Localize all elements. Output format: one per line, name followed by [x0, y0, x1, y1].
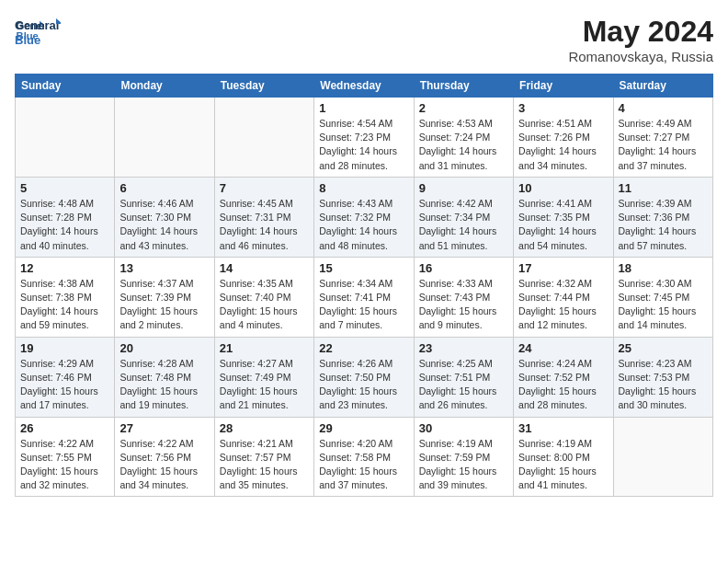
calendar-week-row: 19Sunrise: 4:29 AMSunset: 7:46 PMDayligh…	[16, 337, 713, 417]
calendar-cell: 26Sunrise: 4:22 AMSunset: 7:55 PMDayligh…	[16, 417, 115, 497]
day-header-sunday: Sunday	[16, 75, 115, 98]
day-number: 14	[220, 261, 309, 275]
calendar-cell: 29Sunrise: 4:20 AMSunset: 7:58 PMDayligh…	[314, 417, 414, 497]
logo-display: General Blue	[15, 15, 61, 52]
day-info: Sunrise: 4:22 AMSunset: 7:56 PMDaylight:…	[119, 437, 209, 493]
day-info: Sunrise: 4:24 AMSunset: 7:52 PMDaylight:…	[518, 357, 608, 413]
calendar-cell: 7Sunrise: 4:45 AMSunset: 7:31 PMDaylight…	[214, 177, 313, 257]
day-number: 2	[419, 101, 508, 115]
day-info: Sunrise: 4:19 AMSunset: 7:59 PMDaylight:…	[419, 437, 508, 493]
calendar-cell: 31Sunrise: 4:19 AMSunset: 8:00 PMDayligh…	[514, 417, 613, 497]
day-number: 7	[220, 181, 309, 195]
calendar-cell: 13Sunrise: 4:37 AMSunset: 7:39 PMDayligh…	[115, 257, 214, 337]
calendar-cell: 6Sunrise: 4:46 AMSunset: 7:30 PMDaylight…	[115, 177, 214, 257]
location: Romanovskaya, Russia	[568, 49, 713, 64]
month-year: May 2024	[568, 15, 713, 49]
day-header-saturday: Saturday	[613, 75, 712, 98]
calendar-cell: 2Sunrise: 4:53 AMSunset: 7:24 PMDaylight…	[414, 98, 513, 178]
day-info: Sunrise: 4:27 AMSunset: 7:49 PMDaylight:…	[220, 357, 309, 413]
day-header-friday: Friday	[514, 75, 613, 98]
day-info: Sunrise: 4:20 AMSunset: 7:58 PMDaylight:…	[319, 437, 408, 493]
calendar-cell	[214, 98, 313, 178]
day-number: 19	[20, 341, 109, 355]
day-number: 24	[518, 341, 608, 355]
day-number: 3	[518, 101, 608, 115]
day-info: Sunrise: 4:43 AMSunset: 7:32 PMDaylight:…	[319, 197, 408, 253]
day-info: Sunrise: 4:30 AMSunset: 7:45 PMDaylight:…	[619, 277, 708, 333]
day-info: Sunrise: 4:22 AMSunset: 7:55 PMDaylight:…	[20, 437, 109, 493]
calendar-cell: 9Sunrise: 4:42 AMSunset: 7:34 PMDaylight…	[414, 177, 513, 257]
day-number: 23	[419, 341, 508, 355]
calendar-week-row: 12Sunrise: 4:38 AMSunset: 7:38 PMDayligh…	[16, 257, 713, 337]
calendar-week-row: 5Sunrise: 4:48 AMSunset: 7:28 PMDaylight…	[16, 177, 713, 257]
calendar-cell: 5Sunrise: 4:48 AMSunset: 7:28 PMDaylight…	[16, 177, 115, 257]
day-number: 26	[20, 421, 109, 435]
day-number: 31	[518, 421, 608, 435]
day-info: Sunrise: 4:41 AMSunset: 7:35 PMDaylight:…	[518, 197, 608, 253]
day-number: 1	[319, 101, 408, 115]
day-header-thursday: Thursday	[414, 75, 513, 98]
day-number: 11	[619, 181, 708, 195]
day-info: Sunrise: 4:48 AMSunset: 7:28 PMDaylight:…	[20, 197, 109, 253]
day-number: 4	[619, 101, 708, 115]
calendar-cell: 11Sunrise: 4:39 AMSunset: 7:36 PMDayligh…	[613, 177, 712, 257]
calendar-cell: 20Sunrise: 4:28 AMSunset: 7:48 PMDayligh…	[115, 337, 214, 417]
calendar-cell: 28Sunrise: 4:21 AMSunset: 7:57 PMDayligh…	[214, 417, 313, 497]
day-number: 8	[319, 181, 408, 195]
svg-text:General: General	[15, 18, 59, 32]
day-number: 9	[419, 181, 508, 195]
calendar-week-row: 26Sunrise: 4:22 AMSunset: 7:55 PMDayligh…	[16, 417, 713, 497]
day-number: 10	[518, 181, 608, 195]
logo-svg: General Blue	[15, 15, 61, 52]
calendar-cell: 27Sunrise: 4:22 AMSunset: 7:56 PMDayligh…	[115, 417, 214, 497]
day-header-wednesday: Wednesday	[314, 75, 414, 98]
page-header: General Blue General Blue May 2024 Roman…	[15, 15, 713, 64]
day-info: Sunrise: 4:29 AMSunset: 7:46 PMDaylight:…	[20, 357, 109, 413]
day-info: Sunrise: 4:23 AMSunset: 7:53 PMDaylight:…	[619, 357, 708, 413]
calendar-cell: 18Sunrise: 4:30 AMSunset: 7:45 PMDayligh…	[613, 257, 712, 337]
calendar-week-row: 1Sunrise: 4:54 AMSunset: 7:23 PMDaylight…	[16, 98, 713, 178]
calendar-cell: 17Sunrise: 4:32 AMSunset: 7:44 PMDayligh…	[514, 257, 613, 337]
day-info: Sunrise: 4:54 AMSunset: 7:23 PMDaylight:…	[319, 117, 408, 173]
day-number: 22	[319, 341, 408, 355]
calendar-cell: 21Sunrise: 4:27 AMSunset: 7:49 PMDayligh…	[214, 337, 313, 417]
calendar-cell: 12Sunrise: 4:38 AMSunset: 7:38 PMDayligh…	[16, 257, 115, 337]
day-info: Sunrise: 4:19 AMSunset: 8:00 PMDaylight:…	[518, 437, 608, 493]
day-header-monday: Monday	[115, 75, 214, 98]
day-info: Sunrise: 4:21 AMSunset: 7:57 PMDaylight:…	[220, 437, 309, 493]
day-info: Sunrise: 4:32 AMSunset: 7:44 PMDaylight:…	[518, 277, 608, 333]
calendar-table: SundayMondayTuesdayWednesdayThursdayFrid…	[15, 74, 713, 497]
day-number: 27	[119, 421, 209, 435]
calendar-cell: 14Sunrise: 4:35 AMSunset: 7:40 PMDayligh…	[214, 257, 313, 337]
day-number: 20	[119, 341, 209, 355]
day-number: 13	[119, 261, 209, 275]
day-number: 17	[518, 261, 608, 275]
calendar-cell: 30Sunrise: 4:19 AMSunset: 7:59 PMDayligh…	[414, 417, 513, 497]
title-block: May 2024 Romanovskaya, Russia	[568, 15, 713, 64]
day-number: 25	[619, 341, 708, 355]
day-number: 12	[20, 261, 109, 275]
calendar-cell: 1Sunrise: 4:54 AMSunset: 7:23 PMDaylight…	[314, 98, 414, 178]
day-number: 18	[619, 261, 708, 275]
day-info: Sunrise: 4:51 AMSunset: 7:26 PMDaylight:…	[518, 117, 608, 173]
calendar-header-row: SundayMondayTuesdayWednesdayThursdayFrid…	[16, 75, 713, 98]
day-info: Sunrise: 4:45 AMSunset: 7:31 PMDaylight:…	[220, 197, 309, 253]
day-number: 6	[119, 181, 209, 195]
calendar-cell: 8Sunrise: 4:43 AMSunset: 7:32 PMDaylight…	[314, 177, 414, 257]
day-info: Sunrise: 4:42 AMSunset: 7:34 PMDaylight:…	[419, 197, 508, 253]
day-info: Sunrise: 4:37 AMSunset: 7:39 PMDaylight:…	[119, 277, 209, 333]
day-number: 28	[220, 421, 309, 435]
calendar-cell: 24Sunrise: 4:24 AMSunset: 7:52 PMDayligh…	[514, 337, 613, 417]
day-number: 30	[419, 421, 508, 435]
day-number: 21	[220, 341, 309, 355]
day-info: Sunrise: 4:33 AMSunset: 7:43 PMDaylight:…	[419, 277, 508, 333]
day-info: Sunrise: 4:49 AMSunset: 7:27 PMDaylight:…	[619, 117, 708, 173]
calendar-cell: 23Sunrise: 4:25 AMSunset: 7:51 PMDayligh…	[414, 337, 513, 417]
calendar-cell: 15Sunrise: 4:34 AMSunset: 7:41 PMDayligh…	[314, 257, 414, 337]
day-info: Sunrise: 4:35 AMSunset: 7:40 PMDaylight:…	[220, 277, 309, 333]
calendar-cell: 19Sunrise: 4:29 AMSunset: 7:46 PMDayligh…	[16, 337, 115, 417]
day-header-tuesday: Tuesday	[214, 75, 313, 98]
day-number: 16	[419, 261, 508, 275]
day-info: Sunrise: 4:28 AMSunset: 7:48 PMDaylight:…	[119, 357, 209, 413]
calendar-cell	[16, 98, 115, 178]
